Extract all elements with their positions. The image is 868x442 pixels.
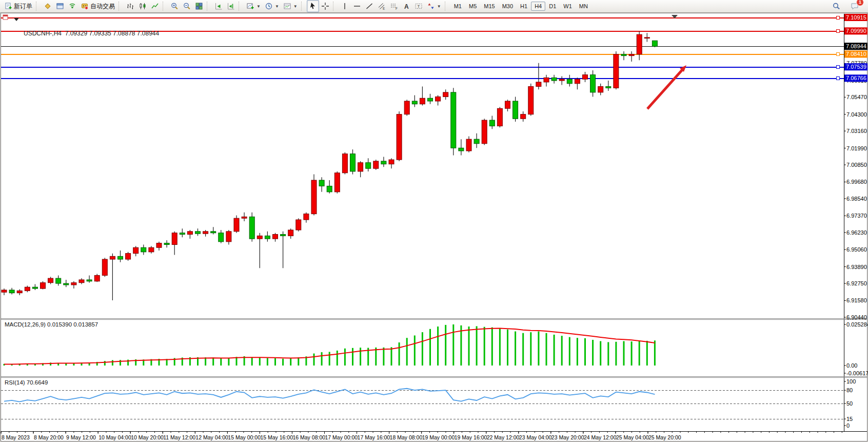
time-tick-label: 17 May 00:00 <box>325 434 358 440</box>
macd-signal-value: 0.013857 <box>73 321 98 328</box>
chart-area[interactable]: 7.077807.066107.054707.043007.031607.019… <box>0 13 868 442</box>
bars-chart-button[interactable] <box>124 0 136 12</box>
auto-scroll-icon <box>214 2 223 10</box>
candle <box>41 283 46 289</box>
trendline-button[interactable] <box>363 0 376 12</box>
timeframe-m1-button[interactable]: M1 <box>450 2 465 11</box>
time-tick-label: 16 May 08:00 <box>292 434 325 440</box>
timeframe-mn-button[interactable]: MN <box>576 2 591 11</box>
button-label: 新订单 <box>14 2 32 11</box>
vertical-line-button[interactable] <box>339 0 351 12</box>
candle <box>87 280 92 281</box>
svg-text:A: A <box>404 3 409 10</box>
auto-scroll-button[interactable] <box>212 0 225 12</box>
toolbar-separator <box>119 2 123 11</box>
candle <box>420 98 425 104</box>
price-tick-label: 6.98540 <box>846 196 867 202</box>
toolbar-separator <box>333 2 337 11</box>
line-handle[interactable] <box>836 66 839 69</box>
text-button[interactable]: A <box>400 0 412 12</box>
candle <box>559 79 564 81</box>
candle <box>489 120 495 126</box>
line-handle[interactable] <box>836 77 839 80</box>
macd-tick-label: 0.00 <box>846 362 857 369</box>
candle <box>281 235 286 236</box>
channel-button[interactable]: E <box>376 0 388 12</box>
price-tag-label: 7.07539 <box>846 64 866 70</box>
periods-button[interactable]: ▼ <box>263 0 281 12</box>
chart-window-icon-bar <box>3 15 8 16</box>
dropdown-arrow-icon[interactable]: ▼ <box>275 4 279 9</box>
fibonacci-icon: F <box>390 2 398 10</box>
timeframe-h4-button[interactable]: H4 <box>531 2 545 11</box>
autotrading-button[interactable]: 自动交易 <box>78 0 117 12</box>
zoom-in-button[interactable] <box>168 0 181 12</box>
chart-canvas[interactable]: 7.077807.066107.054707.043007.031607.019… <box>0 13 868 442</box>
timeframe-d1-button[interactable]: D1 <box>545 2 560 11</box>
trendline-icon <box>365 2 373 10</box>
arrows-icon <box>427 2 435 10</box>
text-label-button[interactable]: T <box>412 0 425 12</box>
crosshair-button[interactable] <box>319 0 331 12</box>
price-tick-label: 7.05470 <box>846 94 867 100</box>
candle <box>598 86 603 92</box>
dropdown-arrow-icon[interactable]: ▼ <box>257 4 261 9</box>
chat-button[interactable]: 1 <box>849 0 861 12</box>
timeframe-w1-button[interactable]: W1 <box>560 2 576 11</box>
bars-chart-icon <box>126 2 134 10</box>
price-tick-label: 6.97370 <box>846 213 867 219</box>
chart-title: USDCNH-,H4 7.09329 7.09335 7.08878 7.089… <box>24 30 159 37</box>
dropdown-arrow-icon[interactable]: ▼ <box>437 4 441 9</box>
candle <box>2 290 7 292</box>
dropdown-arrow-icon[interactable]: ▼ <box>293 4 298 9</box>
timeframe-m15-button[interactable]: M15 <box>480 2 498 11</box>
candle <box>443 92 448 97</box>
tile-windows-button[interactable] <box>193 0 205 12</box>
line-chart-button[interactable] <box>149 0 161 12</box>
new-chart-button[interactable]: ▼ <box>244 0 263 12</box>
candle <box>652 41 657 46</box>
toolbar-separator <box>36 2 40 11</box>
signals-button[interactable] <box>66 0 78 12</box>
rsi-name: RSI(14) <box>5 379 25 386</box>
candle <box>126 254 131 259</box>
time-tick-label: 18 May 08:00 <box>390 434 423 440</box>
candle <box>249 217 254 239</box>
timeframe-m30-button[interactable]: M30 <box>499 2 517 11</box>
new-order-button[interactable]: 新订单 <box>2 0 34 12</box>
chart-shift-button[interactable] <box>225 0 237 12</box>
search-button[interactable] <box>830 0 842 12</box>
toolbar-separator <box>239 2 243 11</box>
candles-chart-button[interactable] <box>136 0 149 12</box>
candle <box>118 256 123 259</box>
candle <box>79 280 84 283</box>
candle <box>164 243 169 245</box>
zoom-out-button[interactable] <box>181 0 193 12</box>
candle <box>187 232 192 235</box>
candle <box>513 101 518 119</box>
candle <box>110 256 115 259</box>
price-tick-label: 7.03160 <box>846 128 867 134</box>
candle <box>637 34 642 54</box>
candle <box>64 283 69 285</box>
macd-tick-label: -0.006173 <box>846 370 868 376</box>
cursor-button[interactable] <box>307 0 319 12</box>
line-handle[interactable] <box>836 30 839 33</box>
templates-button[interactable]: ▼ <box>281 0 300 12</box>
text-label-icon: T <box>415 2 423 10</box>
time-tick-label: 22 May 12:00 <box>487 434 520 440</box>
arrows-button[interactable]: ▼ <box>425 0 443 12</box>
price-tag-label: 7.10915 <box>846 14 866 21</box>
timeframe-m5-button[interactable]: M5 <box>465 2 480 11</box>
data-window-button[interactable] <box>54 0 66 12</box>
line-handle[interactable] <box>836 53 839 56</box>
new-order-icon <box>4 2 12 10</box>
time-tick-label: 25 May 04:00 <box>616 434 649 440</box>
market-watch-button[interactable] <box>42 0 54 12</box>
horizontal-line-button[interactable] <box>351 0 363 12</box>
candle <box>257 236 262 239</box>
fibonacci-button[interactable]: F <box>388 0 400 12</box>
line-handle[interactable] <box>836 16 839 20</box>
candle <box>590 75 596 92</box>
timeframe-h1-button[interactable]: H1 <box>517 2 531 11</box>
